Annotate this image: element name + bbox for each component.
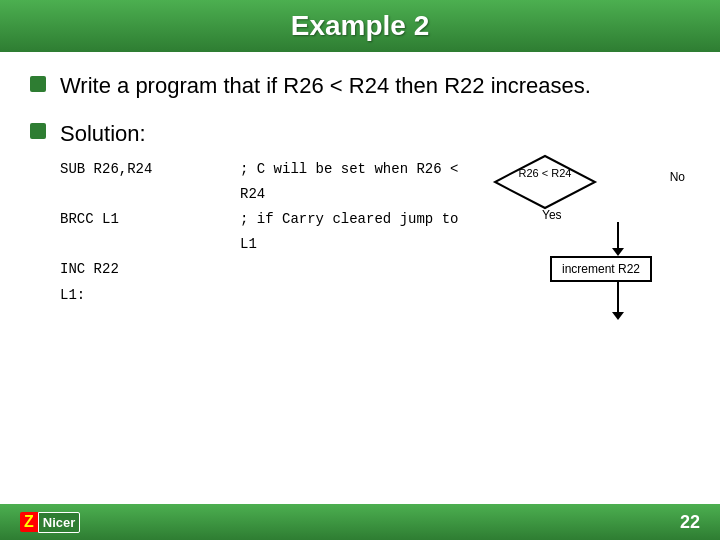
arrow-to-rect <box>617 222 619 250</box>
logo-z: Z <box>20 512 38 532</box>
header: Example 2 <box>0 0 720 52</box>
code-comment-2: ; if Carry cleared jump to L1 <box>240 207 460 257</box>
bullet-icon-1 <box>30 76 46 92</box>
code-block: SUB R26,R24 ; C will be set when R26 < R… <box>60 157 460 283</box>
footer-logo: Z Nicer <box>20 512 80 533</box>
code-instruction-3: INC R22 <box>60 257 220 282</box>
arrowhead-1 <box>612 248 624 256</box>
bullet-text-1: Write a program that if R26 < R24 then R… <box>60 72 591 101</box>
page-title: Example 2 <box>291 10 430 42</box>
arrowhead-2 <box>612 312 624 320</box>
bullet-item-1: Write a program that if R26 < R24 then R… <box>30 72 690 101</box>
code-line-2: BRCC L1 ; if Carry cleared jump to L1 <box>60 207 460 257</box>
page-number: 22 <box>680 512 700 533</box>
code-and-label: SUB R26,R24 ; C will be set when R26 < R… <box>60 157 460 303</box>
svg-marker-0 <box>495 156 595 208</box>
content-area: Write a program that if R26 < R24 then R… <box>0 52 720 344</box>
bullet-icon-2 <box>30 123 46 139</box>
svg-text:R26 < R24: R26 < R24 <box>519 167 572 179</box>
code-instruction-1: SUB R26,R24 <box>60 157 220 207</box>
increment-box: increment R22 <box>550 256 652 282</box>
label-l1: L1: <box>60 287 460 303</box>
code-comment-1: ; C will be set when R26 < R24 <box>240 157 460 207</box>
bullet-item-2: Solution: SUB R26,R24 ; C will be set wh… <box>30 121 690 314</box>
solution-area: Solution: SUB R26,R24 ; C will be set wh… <box>60 121 690 314</box>
code-line-1: SUB R26,R24 ; C will be set when R26 < R… <box>60 157 460 207</box>
solution-label: Solution: <box>60 121 690 147</box>
footer-bar: Z Nicer 22 <box>0 504 720 540</box>
diamond-no-label: No <box>670 170 685 184</box>
code-instruction-2: BRCC L1 <box>60 207 220 257</box>
logo-nicer: Nicer <box>38 512 81 533</box>
flowchart: R26 < R24 No Yes increment R22 <box>490 152 690 314</box>
code-line-3: INC R22 <box>60 257 460 282</box>
solution-section: SUB R26,R24 ; C will be set when R26 < R… <box>60 157 690 314</box>
diamond-svg: R26 < R24 <box>490 152 600 212</box>
arrow-from-rect <box>617 282 619 314</box>
diamond-wrapper: R26 < R24 No <box>490 152 690 212</box>
